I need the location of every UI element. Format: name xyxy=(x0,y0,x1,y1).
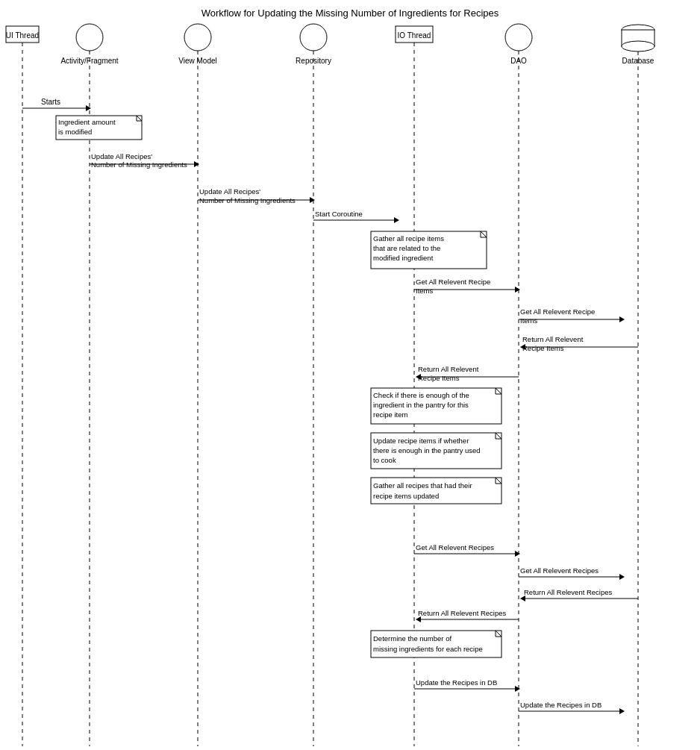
actor-ui-label: UI Thread xyxy=(6,31,39,40)
note-determine-t1: Determine the number of xyxy=(373,634,451,643)
arrow-starts-label: Starts xyxy=(41,98,60,106)
arrow-return-recipes-dao-io-head xyxy=(416,616,421,622)
arrow-get-items-dao-db-l1: Get All Relevent Recipe xyxy=(520,307,595,316)
arrow-get-items-dao-db-l2: Items xyxy=(520,316,537,325)
arrow-update-db-io-dao-label: Update the Recipes in DB xyxy=(416,678,497,687)
arrow-get-recipes-io-dao-head xyxy=(515,551,520,557)
arrow-return-items-dao-io-l1: Return All Relevent xyxy=(418,365,479,373)
diagram-title: Workflow for Updating the Missing Number… xyxy=(201,7,499,19)
arrow-get-items-dao-db-head xyxy=(619,316,625,322)
arrow-return-recipes-dao-io-label: Return All Relevent Recipes xyxy=(418,609,507,617)
note-gather-recipes-t1: Gather all recipes that had their xyxy=(373,481,472,490)
note-update-t1: Update recipe items if whether xyxy=(373,437,469,445)
note-check-t3: recipe item xyxy=(373,410,408,419)
arrow-update-af-vm-head xyxy=(194,161,199,167)
arrow-update-vm-repo-head xyxy=(310,197,315,203)
arrow-update-af-vm-label1: Update All Recipes' xyxy=(91,152,152,160)
note-update-t2: there is enough in the pantry used xyxy=(373,446,481,454)
note-ingredient-text1: Ingredient amount xyxy=(58,118,116,126)
diagram-container: Workflow for Updating the Missing Number… xyxy=(0,0,700,750)
arrow-return-recipes-db-dao-head xyxy=(520,596,525,601)
actor-io-label: IO Thread xyxy=(398,31,431,40)
arrow-get-recipes-dao-db-label: Get All Relevent Recipes xyxy=(520,566,599,575)
arrow-get-items-io-dao-l2: Items xyxy=(416,287,433,295)
actor-vm-shape xyxy=(184,24,211,51)
note-gather-items-t3: modified ingredient xyxy=(373,254,434,262)
actor-db-bottom xyxy=(622,41,654,51)
actor-dao-shape xyxy=(505,24,532,51)
note-check-t1: Check if there is enough of the xyxy=(373,391,469,399)
arrow-update-db-dao-db-head xyxy=(619,708,625,714)
actor-af-shape xyxy=(76,24,103,51)
arrow-get-items-io-dao-l1: Get All Relevent Recipe xyxy=(416,278,490,286)
arrow-starts-head xyxy=(86,105,91,111)
arrow-update-vm-repo-label2: Number of Missing Ingredients xyxy=(199,196,296,204)
arrow-get-recipes-io-dao-label: Get All Relevent Recipes xyxy=(416,543,494,551)
note-update-t3: to cook xyxy=(373,456,396,464)
arrow-start-coroutine-head xyxy=(394,217,399,223)
note-determine-t2: missing ingredients for each recipe xyxy=(373,645,483,653)
arrow-get-recipes-dao-db-head xyxy=(619,574,625,580)
actor-repo-shape xyxy=(300,24,327,51)
arrow-update-db-dao-db-label: Update the Recipes in DB xyxy=(520,701,601,709)
note-ingredient-text2: is modified xyxy=(58,128,92,136)
note-gather-items-t2: that are related to the xyxy=(373,244,440,252)
arrow-return-items-db-dao-l1: Return All Relevent xyxy=(522,335,584,343)
arrow-update-db-io-dao-head xyxy=(515,686,520,692)
arrow-update-af-vm-label2: Number of Missing Ingredients xyxy=(91,160,187,169)
arrow-start-coroutine-label: Start Coroutine xyxy=(315,210,363,218)
arrow-get-items-io-dao-head xyxy=(515,287,520,293)
arrow-return-recipes-db-dao-label: Return All Relevent Recipes xyxy=(524,588,613,596)
note-gather-items-t1: Gather all recipe items xyxy=(373,234,444,243)
arrow-return-items-dao-io-l2: Recipe Items xyxy=(418,374,460,382)
arrow-return-items-db-dao-l2: Recipe Items xyxy=(522,344,564,352)
note-check-t2: ingredient in the pantry for this xyxy=(373,401,469,409)
arrow-update-vm-repo-label1: Update All Recipes' xyxy=(199,187,260,196)
note-gather-recipes-t2: recipe items updated xyxy=(373,492,439,500)
